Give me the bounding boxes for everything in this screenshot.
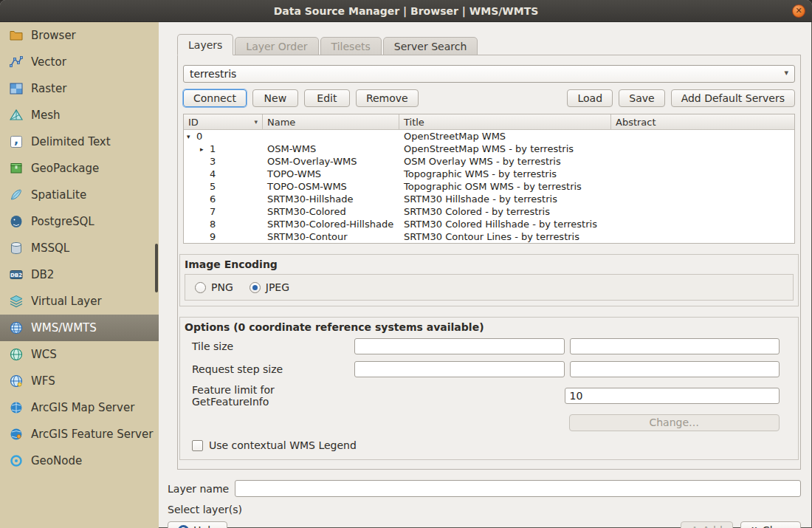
sidebar-item-browser[interactable]: Browser: [0, 22, 159, 49]
sidebar-item-wms-wmts[interactable]: WMS/WMTS: [0, 315, 159, 341]
close-x-icon: [751, 522, 758, 528]
spatialite-icon: [9, 188, 24, 202]
tab-server-search[interactable]: Server Search: [383, 37, 478, 55]
cell-name: SRTM30-Hillshade: [263, 193, 399, 205]
geonode-icon: [9, 453, 24, 468]
chevron-down-icon: [784, 68, 788, 78]
cell-id: 9: [184, 231, 263, 242]
connection-select-value: terrestris: [190, 68, 236, 80]
tab-layers[interactable]: Layers: [177, 34, 233, 55]
sidebar-item-label: PostgreSQL: [31, 215, 94, 228]
table-row[interactable]: 6 SRTM30-Hillshade SRTM30 Hillshade - by…: [184, 193, 794, 205]
cell-name: SRTM30-Contour: [263, 231, 399, 242]
png-radio-label: PNG: [211, 281, 233, 293]
jpeg-radio[interactable]: JPEG: [250, 281, 289, 293]
tile-size-label: Tile size: [192, 340, 354, 352]
options-title: Options (0 coordinate reference systems …: [180, 318, 798, 337]
titlebar[interactable]: Data Source Manager | Browser | WMS/WMTS…: [0, 0, 812, 22]
sidebar-item-delimited-text[interactable]: Delimited Text: [0, 128, 159, 155]
sidebar-item-label: ArcGIS Map Server: [31, 401, 134, 414]
save-button[interactable]: Save: [619, 89, 664, 107]
sidebar-item-arcgis-map-server[interactable]: ArcGIS Map Server: [0, 394, 159, 421]
add-plus-icon: [691, 522, 698, 528]
tile-size-width-input[interactable]: [354, 338, 565, 354]
sidebar-item-label: SpatiaLite: [31, 188, 86, 202]
geopackage-icon: [9, 161, 24, 176]
sidebar-scrollbar[interactable]: [155, 244, 158, 292]
tab-bar: Layers Layer Order Tilesets Server Searc…: [177, 34, 801, 55]
change-crs-button[interactable]: Change…: [569, 414, 780, 431]
sidebar-item-label: WCS: [31, 348, 57, 361]
sidebar-item-postgresql[interactable]: PostgreSQL: [0, 208, 159, 235]
sidebar-item-raster[interactable]: Raster: [0, 75, 159, 102]
add-button[interactable]: Add: [681, 521, 733, 528]
request-step-width-input[interactable]: [354, 361, 565, 377]
cell-title: Topographic WMS - by terrestris: [399, 168, 611, 179]
table-row[interactable]: 8 SRTM30-Colored-Hillshade SRTM30 Colore…: [184, 218, 794, 230]
sidebar-item-wcs[interactable]: WCS: [0, 341, 159, 368]
sidebar-item-geopackage[interactable]: GeoPackage: [0, 155, 159, 182]
image-encoding-groupbox: Image Encoding PNG JPEG: [179, 254, 799, 306]
column-header-id[interactable]: ID: [184, 114, 263, 129]
connect-button[interactable]: Connect: [183, 89, 247, 107]
sidebar-item-mssql[interactable]: MSSQL: [0, 235, 159, 261]
request-step-height-input[interactable]: [570, 361, 780, 377]
cell-title: Topographic OSM WMS - by terrestris: [399, 181, 611, 192]
table-row[interactable]: ▾ 0 OpenStreetMap WMS: [184, 130, 794, 143]
sidebar-item-mesh[interactable]: Mesh: [0, 102, 159, 128]
tab-layer-order[interactable]: Layer Order: [235, 37, 318, 55]
feature-limit-input[interactable]: [565, 388, 780, 404]
layer-name-input[interactable]: [235, 480, 801, 497]
jpeg-radio-label: JPEG: [266, 281, 289, 293]
add-default-servers-button[interactable]: Add Default Servers: [671, 89, 795, 107]
virtual-layer-icon: [9, 294, 24, 309]
sidebar-item-wfs[interactable]: WFS: [0, 368, 159, 394]
tree-expander-icon[interactable]: ▸: [200, 145, 210, 153]
column-header-name[interactable]: Name: [263, 114, 399, 129]
tab-tilesets[interactable]: Tilesets: [320, 37, 382, 55]
tile-size-row: Tile size: [192, 338, 780, 354]
remove-button[interactable]: Remove: [356, 89, 419, 107]
cell-title: SRTM30 Contour Lines - by terrestris: [399, 231, 611, 242]
connection-select[interactable]: terrestris: [183, 65, 795, 83]
table-row[interactable]: 5 TOPO-OSM-WMS Topographic OSM WMS - by …: [184, 180, 794, 193]
sidebar-item-vector[interactable]: Vector: [0, 49, 159, 75]
column-header-title[interactable]: Title: [399, 114, 611, 129]
browser-icon: [9, 28, 24, 43]
delimited-text-icon: [9, 134, 24, 149]
main-content: Layers Layer Order Tilesets Server Searc…: [159, 22, 812, 528]
layers-table: ID Name Title Abstract ▾ 0 OpenStreetMap…: [183, 114, 795, 244]
column-header-abstract[interactable]: Abstract: [611, 114, 794, 129]
sidebar-item-label: Raster: [31, 82, 66, 95]
help-button[interactable]: Help: [168, 521, 227, 528]
sidebar-item-label: Vector: [31, 55, 66, 69]
sidebar-item-label: MSSQL: [31, 241, 69, 255]
cell-title: SRTM30 Hillshade - by terrestris: [399, 193, 611, 205]
window-close-icon[interactable]: ✕: [792, 4, 805, 18]
table-row[interactable]: 9 SRTM30-Contour SRTM30 Contour Lines - …: [184, 230, 794, 243]
feature-limit-row: Feature limit for GetFeatureInfo: [192, 384, 780, 408]
edit-button[interactable]: Edit: [304, 89, 350, 107]
contextual-legend-checkbox[interactable]: Use contextual WMS Legend: [192, 439, 780, 451]
new-button[interactable]: New: [252, 89, 298, 107]
load-button[interactable]: Load: [567, 89, 613, 107]
png-radio[interactable]: PNG: [195, 281, 233, 293]
table-row[interactable]: 7 SRTM30-Colored SRTM30 Colored - by ter…: [184, 205, 794, 218]
wcs-icon: [9, 347, 24, 362]
status-hint: Select layer(s): [168, 504, 801, 515]
table-row[interactable]: 3 OSM-Overlay-WMS OSM Overlay WMS - by t…: [184, 155, 794, 168]
cell-id: 3: [184, 156, 263, 167]
sidebar-item-arcgis-feature-server[interactable]: ArcGIS Feature Server: [0, 421, 159, 448]
table-row[interactable]: ▸ 1 OSM-WMS OpenStreetMap WMS - by terre…: [184, 143, 794, 155]
add-button-label: Add: [703, 522, 723, 528]
sidebar-item-spatialite[interactable]: SpatiaLite: [0, 182, 159, 208]
cell-name: OSM-WMS: [263, 143, 399, 154]
tree-expander-icon[interactable]: ▾: [187, 133, 196, 140]
tile-size-height-input[interactable]: [570, 338, 780, 354]
sidebar-item-geonode[interactable]: GeoNode: [0, 448, 159, 474]
table-row[interactable]: 4 TOPO-WMS Topographic WMS - by terrestr…: [184, 168, 794, 180]
close-button[interactable]: Close: [740, 521, 801, 528]
sidebar-item-db2[interactable]: DB2: [0, 261, 159, 288]
sidebar-item-virtual-layer[interactable]: Virtual Layer: [0, 288, 159, 315]
cell-name: TOPO-OSM-WMS: [263, 181, 399, 192]
